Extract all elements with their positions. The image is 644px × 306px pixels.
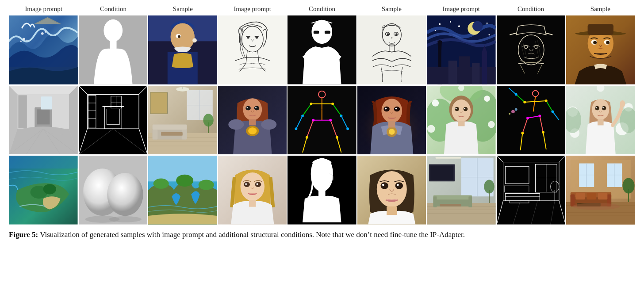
group3-image-prompt-label: Image prompt xyxy=(426,4,496,14)
svg-point-123 xyxy=(243,98,262,121)
image-grid-row2 xyxy=(9,86,635,155)
svg-point-129 xyxy=(248,127,257,134)
svg-point-162 xyxy=(385,107,387,109)
svg-rect-183 xyxy=(497,86,566,155)
svg-point-199 xyxy=(551,110,554,113)
svg-rect-75 xyxy=(41,96,52,109)
cell-r3-silhouette-woman xyxy=(288,156,356,225)
svg-point-160 xyxy=(383,106,390,111)
svg-point-41 xyxy=(435,30,436,31)
svg-point-13 xyxy=(171,23,195,50)
svg-rect-311 xyxy=(598,193,607,200)
svg-point-3 xyxy=(26,39,28,41)
svg-rect-221 xyxy=(598,119,604,125)
header-row: Image prompt Condition Sample Image prom… xyxy=(9,4,635,14)
svg-point-165 xyxy=(389,129,395,135)
cell-r3-aerial-beach xyxy=(9,156,78,225)
svg-rect-9 xyxy=(110,40,117,49)
svg-point-216 xyxy=(595,106,600,110)
svg-point-266 xyxy=(484,180,494,194)
cell-r1-dark-man xyxy=(288,15,356,84)
svg-point-8 xyxy=(104,19,123,42)
svg-rect-182 xyxy=(458,121,465,126)
cell-r3-room-lines xyxy=(497,156,566,225)
svg-point-204 xyxy=(511,110,515,113)
cell-r2-room-photo xyxy=(148,86,217,155)
cell-r1-portrait-hat xyxy=(566,15,635,84)
svg-point-177 xyxy=(452,99,471,122)
svg-point-117 xyxy=(203,114,214,126)
cell-r2-pose-skeleton xyxy=(288,86,356,155)
svg-point-174 xyxy=(488,121,495,128)
svg-point-238 xyxy=(244,182,250,187)
cell-r1-dutch-girl xyxy=(148,15,217,84)
svg-point-130 xyxy=(228,119,244,129)
cell-r3-blonde-woman xyxy=(218,156,287,225)
figure-caption: Figure 5: Visualization of generated sam… xyxy=(9,229,540,241)
svg-point-248 xyxy=(395,182,403,189)
svg-point-314 xyxy=(623,178,635,194)
svg-rect-46 xyxy=(472,63,479,84)
svg-point-2 xyxy=(20,40,22,42)
cell-r2-skeleton-colored xyxy=(497,86,566,155)
cell-r3-brunette-close xyxy=(357,156,426,225)
svg-point-5 xyxy=(45,31,46,33)
group2-image-prompt-label: Image prompt xyxy=(218,4,287,14)
svg-point-37 xyxy=(439,23,441,25)
cell-r1-silhouette-gray xyxy=(79,15,148,84)
svg-point-234 xyxy=(176,175,193,187)
svg-point-203 xyxy=(542,131,544,134)
svg-point-153 xyxy=(306,136,308,138)
svg-point-156 xyxy=(346,127,349,130)
svg-point-171 xyxy=(432,99,439,107)
svg-rect-132 xyxy=(249,119,256,125)
group1-image-prompt-label: Image prompt xyxy=(9,4,78,14)
svg-rect-166 xyxy=(388,121,395,127)
svg-point-36 xyxy=(472,21,483,31)
svg-rect-225 xyxy=(9,156,78,168)
svg-rect-118 xyxy=(150,92,168,114)
svg-point-240 xyxy=(245,183,247,185)
cell-r2-room-gray xyxy=(9,86,78,155)
svg-point-219 xyxy=(603,107,604,108)
svg-point-154 xyxy=(336,136,338,138)
svg-point-32 xyxy=(395,33,398,35)
cell-r3-modern-room xyxy=(427,156,496,225)
cell-r2-flower-woman xyxy=(427,86,496,155)
group3-condition-label: Condition xyxy=(496,4,565,14)
svg-rect-74 xyxy=(18,95,27,128)
svg-point-197 xyxy=(545,99,548,102)
svg-point-127 xyxy=(255,107,257,108)
svg-rect-112 xyxy=(153,124,187,130)
cell-r1-dark-etching xyxy=(497,15,566,84)
svg-point-39 xyxy=(458,25,460,27)
svg-point-230 xyxy=(109,216,142,222)
svg-point-149 xyxy=(301,115,304,117)
svg-point-124 xyxy=(245,106,251,110)
svg-point-198 xyxy=(515,93,518,96)
group2-condition-label: Condition xyxy=(287,4,356,14)
svg-point-155 xyxy=(295,127,298,130)
group2-sample-label: Sample xyxy=(357,4,426,14)
svg-rect-307 xyxy=(571,195,575,207)
svg-point-180 xyxy=(456,108,457,109)
svg-point-200 xyxy=(526,117,529,119)
svg-point-220 xyxy=(620,100,625,107)
group1-sample-label: Sample xyxy=(148,4,218,14)
svg-point-237 xyxy=(240,172,264,201)
svg-point-147 xyxy=(310,102,313,105)
svg-point-202 xyxy=(521,132,524,134)
main-container: Image prompt Condition Sample Image prom… xyxy=(0,0,644,245)
cell-r2-room-edges xyxy=(79,86,148,155)
svg-rect-47 xyxy=(482,52,487,84)
svg-point-206 xyxy=(509,113,510,115)
svg-point-151 xyxy=(312,119,315,121)
svg-rect-263 xyxy=(469,196,472,207)
svg-rect-242 xyxy=(249,200,256,207)
cell-r3-white-blobs xyxy=(79,156,148,225)
caption-figure-number: Figure 5: xyxy=(9,230,38,239)
svg-point-150 xyxy=(340,115,343,117)
svg-rect-60 xyxy=(588,24,613,34)
svg-point-315 xyxy=(573,203,620,210)
svg-point-161 xyxy=(394,106,400,111)
